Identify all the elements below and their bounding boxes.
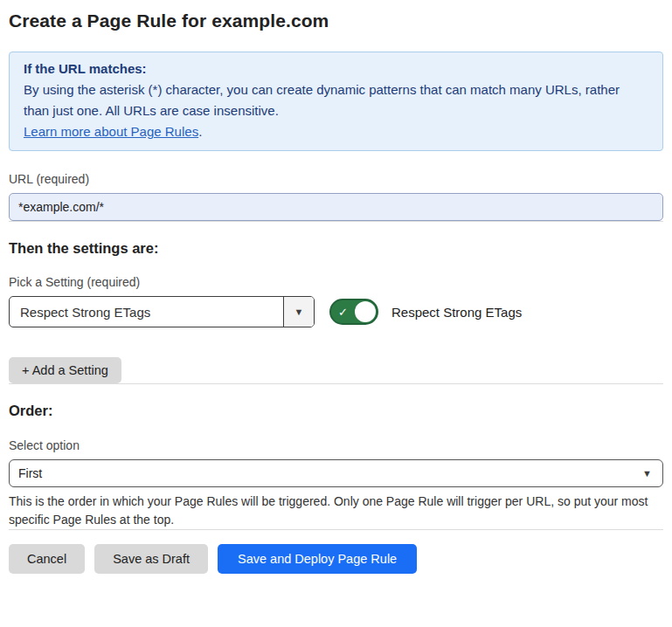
add-setting-button[interactable]: + Add a Setting [9,357,121,383]
pick-setting-label: Pick a Setting (required) [9,275,663,289]
chevron-down-icon: ▼ [642,468,652,479]
save-deploy-button[interactable]: Save and Deploy Page Rule [218,544,417,574]
chevron-down-icon: ▼ [294,307,304,317]
url-input[interactable] [9,193,663,221]
toggle-knob [355,301,376,322]
order-help-text: This is the order in which your Page Rul… [9,493,663,529]
create-page-rule-panel: Create a Page Rule for example.com If th… [0,0,672,627]
link-suffix: . [198,124,202,139]
setting-select-value: Respect Strong ETags [10,297,283,327]
divider [9,383,663,384]
divider [9,221,663,222]
order-select-dropdown[interactable]: First ▼ [9,459,663,487]
url-field-section: URL (required) [9,172,663,221]
toggle-label: Respect Strong ETags [391,305,522,320]
setting-select-dropdown[interactable]: Respect Strong ETags ▼ [9,296,315,327]
check-icon: ✓ [338,306,348,319]
order-select-label: Select option [9,438,663,452]
page-title: Create a Page Rule for example.com [9,10,663,31]
setting-toggle-on[interactable]: ✓ [329,299,378,325]
url-field-label: URL (required) [9,172,663,186]
info-body-text: By using the asterisk (*) character, you… [24,79,648,121]
info-link-line: Learn more about Page Rules. [24,121,648,142]
info-heading: If the URL matches: [24,59,648,79]
setting-select-arrow-box[interactable]: ▼ [283,297,314,327]
settings-section-heading: Then the settings are: [9,240,663,257]
divider [9,529,663,530]
order-section-heading: Order: [9,403,663,419]
url-match-info-callout: If the URL matches: By using the asteris… [9,52,663,151]
setting-row: Respect Strong ETags ▼ ✓ Respect Strong … [9,296,663,327]
learn-more-link[interactable]: Learn more about Page Rules [24,124,198,139]
footer-actions: Cancel Save as Draft Save and Deploy Pag… [9,544,663,574]
save-draft-button[interactable]: Save as Draft [94,544,208,574]
order-select-value: First [18,466,42,480]
cancel-button[interactable]: Cancel [9,544,85,574]
